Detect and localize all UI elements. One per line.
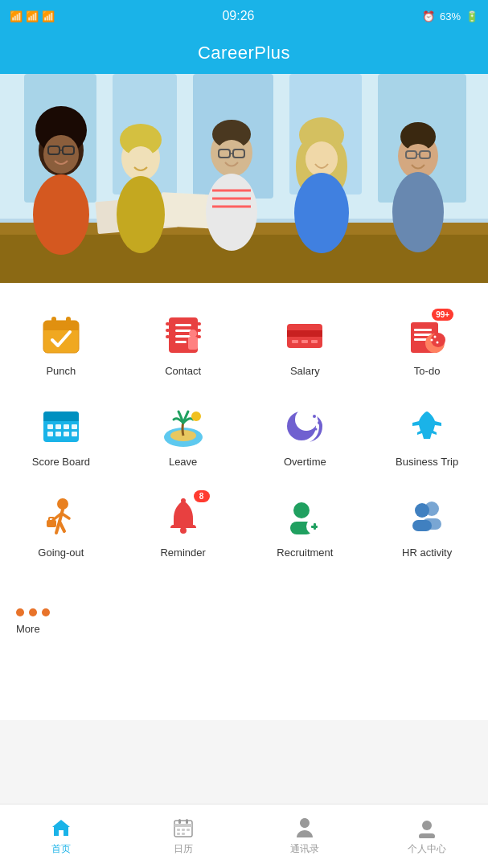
dot-1 (16, 608, 24, 616)
home-icon (50, 817, 72, 839)
todo-icon-wrapper: 99+ (404, 312, 450, 358)
svg-rect-109 (412, 520, 432, 531)
nav-contacts-label: 通讯录 (290, 842, 319, 856)
svg-rect-60 (197, 335, 201, 338)
svg-rect-113 (186, 819, 188, 824)
leave-icon (162, 405, 204, 447)
svg-point-96 (57, 498, 68, 510)
hr-activity-item[interactable]: HR activity (366, 481, 488, 571)
svg-point-108 (415, 503, 429, 518)
svg-rect-58 (197, 322, 201, 326)
going-out-item[interactable]: Going-out (0, 481, 122, 571)
svg-rect-71 (414, 338, 427, 341)
status-bar: 📶 📶 📶 09:26 ⏰ 63% 🔋 (0, 0, 488, 32)
svg-rect-48 (51, 317, 56, 326)
nav-home[interactable]: 首页 (0, 810, 122, 862)
more-row: More (0, 579, 488, 656)
punch-label: Punch (46, 365, 76, 377)
svg-rect-87 (72, 432, 77, 436)
svg-rect-81 (55, 424, 61, 429)
icon-grid: Punch (0, 283, 488, 579)
todo-label: To-do (414, 365, 441, 377)
salary-label: Salary (290, 365, 320, 377)
svg-point-28 (206, 174, 257, 251)
reminder-icon-wrapper: 8 (160, 493, 207, 540)
contacts-icon (293, 817, 316, 839)
nav-calendar[interactable]: 日历 (122, 810, 244, 862)
scoreboard-item[interactable]: Score Board (0, 390, 122, 481)
going-out-icon-wrapper (38, 493, 84, 540)
recruitment-item[interactable]: Recruitment (244, 481, 367, 571)
salary-item[interactable]: Salary (244, 299, 367, 390)
contact-item[interactable]: Contact (122, 299, 244, 390)
recruitment-icon (284, 496, 326, 538)
svg-rect-84 (47, 432, 53, 436)
more-item[interactable]: More (0, 596, 122, 648)
svg-point-94 (318, 421, 321, 424)
svg-rect-82 (64, 424, 69, 429)
reminder-badge: 8 (194, 490, 210, 502)
svg-point-74 (431, 339, 433, 342)
going-out-label: Going-out (38, 547, 84, 559)
nav-profile[interactable]: 个人中心 (366, 810, 488, 862)
punch-icon-wrapper (38, 312, 84, 358)
svg-rect-111 (174, 824, 192, 827)
svg-rect-80 (47, 424, 53, 429)
hr-activity-icon-wrapper (404, 493, 450, 540)
leave-icon-wrapper (160, 403, 207, 449)
svg-rect-47 (43, 326, 79, 330)
contact-icon-wrapper (160, 312, 207, 358)
svg-rect-53 (175, 335, 191, 338)
svg-rect-64 (287, 330, 322, 337)
reminder-item[interactable]: 8 Reminder (122, 481, 244, 571)
svg-rect-59 (197, 329, 201, 332)
leave-item[interactable]: Leave (122, 390, 244, 481)
svg-rect-51 (175, 324, 191, 326)
scoreboard-icon-wrapper (38, 403, 84, 449)
svg-rect-54 (175, 341, 187, 343)
todo-item[interactable]: 99+ To-do (366, 299, 488, 390)
scoreboard-icon (40, 405, 82, 447)
salary-icon (284, 314, 326, 356)
main-content: Punch (0, 283, 488, 720)
overtime-icon (284, 405, 326, 447)
svg-rect-55 (166, 322, 170, 326)
svg-rect-118 (182, 833, 185, 835)
svg-point-100 (181, 498, 186, 503)
svg-point-21 (117, 176, 165, 253)
business-trip-label: Business Trip (396, 456, 458, 468)
hero-image (0, 74, 488, 283)
svg-rect-79 (43, 416, 79, 421)
todo-badge: 99+ (432, 309, 453, 321)
svg-point-95 (315, 428, 318, 431)
nav-contacts[interactable]: 通讯录 (244, 810, 367, 862)
svg-rect-66 (301, 340, 308, 343)
calendar-icon (172, 817, 195, 839)
svg-rect-52 (175, 330, 191, 332)
going-out-icon (40, 496, 82, 538)
svg-point-93 (313, 415, 316, 418)
nav-calendar-label: 日历 (174, 842, 193, 856)
app-header: CareerPlus (0, 32, 488, 74)
svg-point-92 (295, 408, 318, 431)
contact-label: Contact (165, 365, 201, 377)
status-time: 09:26 (222, 9, 254, 23)
bottom-nav: 首页 日历 通讯录 (0, 804, 488, 868)
svg-point-101 (293, 502, 310, 518)
punch-icon (40, 314, 82, 356)
svg-rect-69 (414, 329, 432, 331)
svg-point-90 (191, 411, 201, 421)
overtime-icon-wrapper (281, 403, 328, 449)
svg-rect-83 (72, 424, 77, 429)
nav-home-label: 首页 (51, 842, 71, 856)
svg-point-73 (431, 333, 445, 347)
svg-rect-86 (64, 432, 69, 436)
more-dots (6, 608, 50, 616)
punch-item[interactable]: Punch (0, 299, 122, 390)
business-trip-item[interactable]: Business Trip (366, 390, 488, 481)
status-signal: 📶 📶 📶 (10, 10, 55, 23)
salary-icon-wrapper (281, 312, 328, 358)
overtime-item[interactable]: Overtime (244, 390, 367, 481)
svg-rect-98 (49, 518, 54, 521)
svg-rect-85 (55, 432, 61, 436)
